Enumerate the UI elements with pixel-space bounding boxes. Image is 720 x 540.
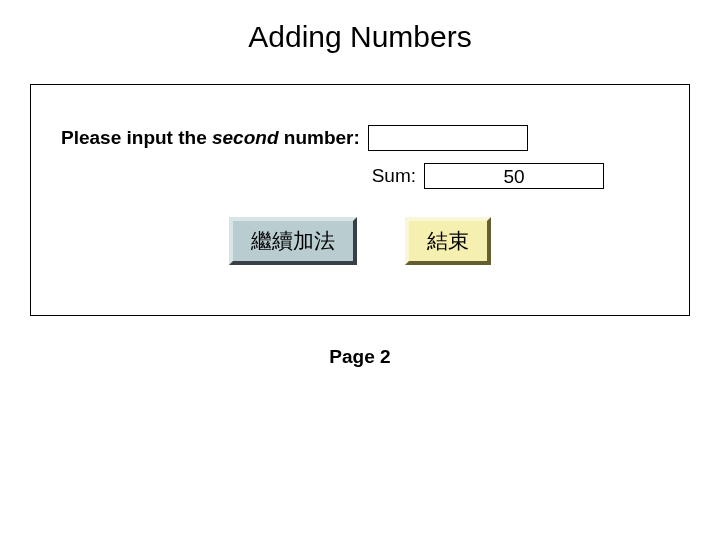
prompt-suffix: number: <box>279 127 360 148</box>
number-input[interactable] <box>368 125 528 151</box>
page-number: Page 2 <box>30 346 690 368</box>
sum-row: Sum: 50 <box>61 163 659 189</box>
sum-label: Sum: <box>372 165 416 187</box>
sum-output: 50 <box>424 163 604 189</box>
main-panel: Please input the second number: Sum: 50 … <box>30 84 690 316</box>
prompt-row: Please input the second number: <box>61 125 659 151</box>
prompt-label: Please input the second number: <box>61 127 360 149</box>
prompt-emph: second <box>212 127 279 148</box>
page-title: Adding Numbers <box>30 20 690 54</box>
continue-button[interactable]: 繼續加法 <box>229 217 357 265</box>
button-row: 繼續加法 結束 <box>61 217 659 265</box>
end-button[interactable]: 結束 <box>405 217 491 265</box>
prompt-prefix: Please input the <box>61 127 212 148</box>
